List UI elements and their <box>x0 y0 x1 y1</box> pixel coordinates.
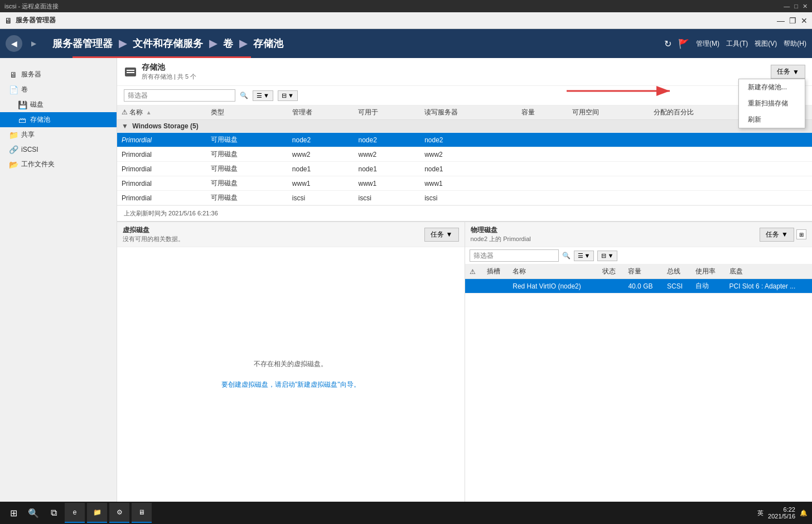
col-available-for[interactable]: 可用于 <box>354 105 420 120</box>
filter-input[interactable] <box>124 89 235 102</box>
pd-group-dropdown-icon: ▼ <box>607 252 613 259</box>
physical-disk-filter-input[interactable] <box>470 249 559 262</box>
new-storage-pool-item[interactable]: 新建存储池... <box>739 79 805 95</box>
sidebar-item-shared[interactable]: 📁 共享 <box>0 127 117 142</box>
sidebar-item-storage-pools[interactable]: 🗃 存储池 <box>0 112 117 127</box>
col-type[interactable]: 类型 <box>206 105 288 120</box>
vd-tasks-dropdown-icon: ▼ <box>446 230 453 238</box>
ie-app[interactable]: e <box>65 503 85 523</box>
table-row[interactable]: Primordial 可用磁盘 iscsi iscsi iscsi <box>117 191 812 205</box>
pd-col-name[interactable]: 名称 <box>508 265 598 279</box>
expand-panel-button[interactable]: ⊞ <box>796 229 806 239</box>
sidebar-item-iscsi[interactable]: 🔗 iSCSI <box>0 142 117 157</box>
outer-close-btn[interactable]: ✕ <box>803 3 808 10</box>
rescan-storage-item[interactable]: 重新扫描存储 <box>739 95 805 112</box>
app-minimize-btn[interactable]: — <box>777 16 785 25</box>
pd-group-options-btn[interactable]: ⊟ ▼ <box>597 251 617 261</box>
col-capacity[interactable]: 容量 <box>517 105 568 120</box>
panel-title-block: 存储池 所有存储池 | 共 5 个 <box>124 63 196 81</box>
group-header-windows-storage[interactable]: ▼ Windows Storage (5) <box>117 120 812 133</box>
breadcrumb: 服务器管理器 ▶ 文件和存储服务 ▶ 卷 ▶ 存储池 <box>52 37 660 50</box>
row-rw: iscsi <box>420 191 516 205</box>
row-pct <box>649 133 761 147</box>
server-manager-app[interactable]: 🖥 <box>132 503 152 523</box>
row-status <box>761 133 812 147</box>
physical-disks-tasks-button[interactable]: 任务 ▼ <box>760 228 794 242</box>
view-menu[interactable]: 视图(V) <box>755 39 777 49</box>
row-available: www2 <box>354 147 420 162</box>
virtual-disks-tasks-button[interactable]: 任务 ▼ <box>424 228 459 242</box>
pd-row-usage: 自动 <box>691 279 724 294</box>
storage-pools-icon: 🗃 <box>18 116 27 124</box>
row-type: 可用磁盘 <box>206 162 288 176</box>
physical-disks-table-container: ⚠ 插槽 名称 状态 容量 总线 使用率 底盘 <box>465 265 813 294</box>
sidebar-item-volumes[interactable]: 📄 卷 <box>0 82 117 97</box>
notification-area[interactable]: 🔔 <box>800 509 808 517</box>
pd-col-chassis[interactable]: 底盘 <box>725 265 812 279</box>
app-close-btn[interactable]: ✕ <box>801 16 808 25</box>
row-rw: www2 <box>420 147 516 162</box>
filter-search-icon[interactable]: 🔍 <box>240 92 248 99</box>
file-explorer-app[interactable]: 📁 <box>87 503 107 523</box>
group-dropdown-icon: ▼ <box>288 92 294 99</box>
sidebar-item-workfolders[interactable]: 📂 工作文件夹 <box>0 157 117 172</box>
sidebar-item-disks[interactable]: 💾 磁盘 <box>0 97 117 112</box>
row-name: Primordial <box>117 162 206 176</box>
create-virtual-disk-link[interactable]: 要创建虚拟磁盘，请启动"新建虚拟磁盘"向导。 <box>221 380 360 390</box>
refresh-item[interactable]: 刷新 <box>739 112 805 128</box>
iscsi-icon: 🔗 <box>9 145 18 154</box>
tasks-button[interactable]: 任务 ▼ <box>771 65 805 79</box>
group-options-btn[interactable]: ⊟ ▼ <box>278 90 298 101</box>
panel-subtitle: 所有存储池 | 共 5 个 <box>142 73 196 81</box>
nav-bar: ◀ ▶ 服务器管理器 ▶ 文件和存储服务 ▶ 卷 ▶ 存储池 ↻ 🚩 管理(M)… <box>0 29 812 58</box>
row-name: Primordial <box>117 191 206 205</box>
table-row[interactable]: Primordial 可用磁盘 node2 node2 node2 <box>117 133 812 147</box>
app-maximize-btn[interactable]: ❐ <box>789 16 796 25</box>
pd-col-capacity[interactable]: 容量 <box>624 265 663 279</box>
physical-disks-title: 物理磁盘 <box>471 225 531 235</box>
task-view-button[interactable]: ⧉ <box>45 504 62 522</box>
pd-filter-search-icon[interactable]: 🔍 <box>562 252 571 259</box>
physical-disk-row[interactable]: Red Hat VirtIO (node2) 40.0 GB SCSI 自动 P… <box>465 279 813 294</box>
table-row[interactable]: Primordial 可用磁盘 node1 node1 node1 <box>117 162 812 176</box>
start-button[interactable]: ⊞ <box>4 504 22 522</box>
row-manager: node2 <box>288 133 354 147</box>
tasks-dropdown-icon: ▼ <box>792 68 799 76</box>
pd-col-slot[interactable]: 插槽 <box>482 265 508 279</box>
search-button[interactable]: 🔍 <box>25 504 42 522</box>
settings-app[interactable]: ⚙ <box>109 503 129 523</box>
refresh-icon[interactable]: ↻ <box>664 39 671 49</box>
table-row[interactable]: Primordial 可用磁盘 www2 www2 www2 <box>117 147 812 162</box>
storage-pool-panel-icon <box>124 65 137 79</box>
row-type: 可用磁盘 <box>206 176 288 191</box>
col-free-space[interactable]: 可用空间 <box>568 105 649 120</box>
pd-col-status[interactable]: 状态 <box>598 265 624 279</box>
svg-rect-1 <box>127 70 134 71</box>
table-row[interactable]: Primordial 可用磁盘 www1 www1 www1 <box>117 176 812 191</box>
outer-maximize-btn[interactable]: □ <box>794 3 798 10</box>
tools-menu[interactable]: 工具(T) <box>726 39 748 49</box>
pd-col-bus[interactable]: 总线 <box>663 265 691 279</box>
col-manager[interactable]: 管理者 <box>288 105 354 120</box>
row-available: node1 <box>354 162 420 176</box>
manage-menu[interactable]: 管理(M) <box>696 39 719 49</box>
forward-button[interactable]: ▶ <box>27 37 40 50</box>
view-options-btn[interactable]: ☰ ▼ <box>253 90 273 101</box>
row-name: Primordial <box>117 147 206 162</box>
pd-group-icon: ⊟ <box>601 252 606 259</box>
physical-disks-header: 物理磁盘 node2 上的 Primordial 任务 ▼ ⊞ <box>465 222 813 247</box>
pd-view-options-btn[interactable]: ☰ ▼ <box>574 251 594 261</box>
pd-row-status <box>598 279 624 294</box>
col-rw-server[interactable]: 读写服务器 <box>420 105 516 120</box>
row-name: Primordial <box>122 136 152 144</box>
col-name[interactable]: ⚠ 名称 ▲ <box>117 105 206 120</box>
sidebar-item-servers[interactable]: 🖥 服务器 <box>0 67 117 82</box>
pd-col-usage[interactable]: 使用率 <box>691 265 724 279</box>
pd-col-warning[interactable]: ⚠ <box>465 265 482 279</box>
flag-icon[interactable]: 🚩 <box>678 39 689 49</box>
back-button[interactable]: ◀ <box>6 35 22 52</box>
help-menu[interactable]: 帮助(H) <box>784 39 806 49</box>
outer-minimize-btn[interactable]: — <box>784 3 790 10</box>
row-rw: node2 <box>420 133 516 147</box>
physical-disks-subtitle: node2 上的 Primordial <box>471 235 531 243</box>
